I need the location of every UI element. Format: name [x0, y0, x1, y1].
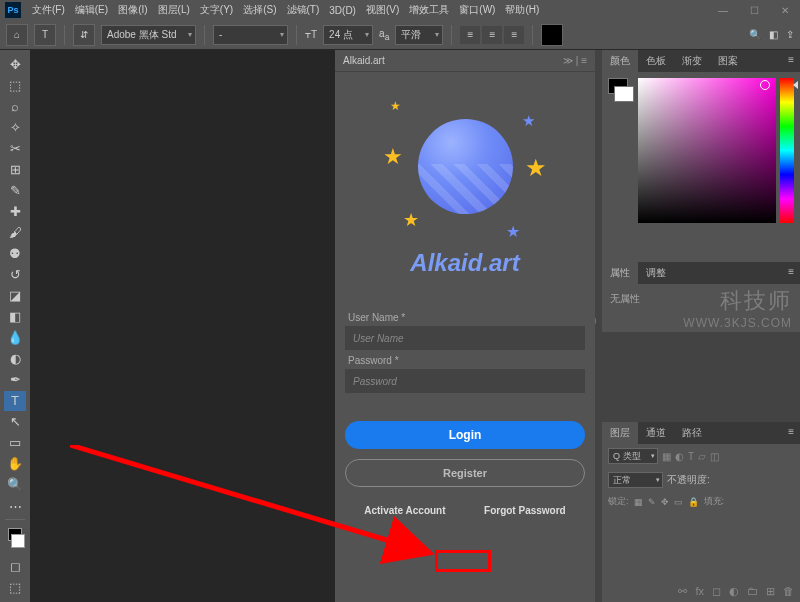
background-swatch[interactable]	[614, 86, 634, 102]
star-icon: ★	[525, 154, 547, 182]
path-select-tool[interactable]: ↖	[4, 412, 26, 432]
eraser-tool[interactable]: ◪	[4, 286, 26, 306]
move-tool[interactable]: ✥	[4, 54, 26, 74]
adjust-layer-icon[interactable]: ◐	[729, 585, 739, 598]
font-style-dropdown[interactable]: -	[213, 25, 288, 45]
hue-slider[interactable]	[780, 78, 794, 223]
tab-gradient[interactable]: 渐变	[674, 50, 710, 72]
tab-properties[interactable]: 属性	[602, 262, 638, 284]
blend-mode-dropdown[interactable]: 正常	[608, 472, 663, 488]
background-color-swatch[interactable]	[11, 534, 25, 547]
filter-icons: ▦ ◐ T ▱ ◫	[662, 451, 719, 462]
align-center-icon[interactable]: ≡	[482, 26, 502, 44]
menu-filter[interactable]: 滤镜(T)	[283, 3, 324, 17]
edit-toolbar[interactable]: ⋯	[4, 496, 26, 516]
maximize-button[interactable]: ☐	[744, 5, 765, 16]
filter-type-icon[interactable]: T	[688, 451, 694, 462]
lock-position-icon[interactable]: ✥	[661, 497, 669, 507]
quickmask-icon[interactable]: ◻	[4, 557, 26, 577]
menu-file[interactable]: 文件(F)	[28, 3, 69, 17]
tab-pattern[interactable]: 图案	[710, 50, 746, 72]
activate-account-link[interactable]: Activate Account	[364, 505, 445, 516]
close-button[interactable]: ✕	[775, 5, 795, 16]
lock-all-icon[interactable]: 🔒	[688, 497, 699, 507]
menu-select[interactable]: 选择(S)	[239, 3, 280, 17]
mask-icon[interactable]: ◻	[712, 585, 721, 598]
heal-tool[interactable]: ✚	[4, 201, 26, 221]
wand-tool[interactable]: ✧	[4, 117, 26, 137]
tab-color[interactable]: 颜色	[602, 50, 638, 72]
zoom-tool[interactable]: 🔍	[4, 475, 26, 495]
stamp-tool[interactable]: ⚉	[4, 243, 26, 263]
eyedropper-tool[interactable]: ✎	[4, 180, 26, 200]
link-layers-icon[interactable]: ⚯	[678, 585, 687, 598]
filter-pixel-icon[interactable]: ▦	[662, 451, 671, 462]
home-icon[interactable]: ⌂	[6, 24, 28, 46]
frame-tool[interactable]: ⊞	[4, 159, 26, 179]
shape-tool[interactable]: ▭	[4, 433, 26, 453]
search-icon[interactable]: 🔍	[749, 29, 761, 40]
menu-image[interactable]: 图像(I)	[114, 3, 151, 17]
panel-menu-icon[interactable]: ≡	[782, 262, 800, 284]
pen-tool[interactable]: ✒	[4, 370, 26, 390]
dodge-tool[interactable]: ◐	[4, 349, 26, 369]
tab-layers[interactable]: 图层	[602, 422, 638, 444]
share-icon[interactable]: ⇪	[786, 29, 794, 40]
font-family-dropdown[interactable]: Adobe 黑体 Std	[101, 25, 196, 45]
tab-adjustments[interactable]: 调整	[638, 262, 674, 284]
group-icon[interactable]: 🗀	[747, 585, 758, 598]
type-tool-indicator-icon[interactable]: T	[34, 24, 56, 46]
filter-smart-icon[interactable]: ◫	[710, 451, 719, 462]
menu-type[interactable]: 文字(Y)	[196, 3, 237, 17]
lock-artboard-icon[interactable]: ▭	[674, 497, 683, 507]
lock-brush-icon[interactable]: ✎	[648, 497, 656, 507]
password-input[interactable]	[345, 369, 585, 393]
blur-tool[interactable]: 💧	[4, 328, 26, 348]
color-picker-field[interactable]	[638, 78, 776, 223]
filter-adjust-icon[interactable]: ◐	[675, 451, 684, 462]
history-brush-tool[interactable]: ↺	[4, 264, 26, 284]
color-swatches	[608, 78, 634, 256]
gradient-tool[interactable]: ◧	[4, 307, 26, 327]
trash-icon[interactable]: 🗑	[783, 585, 794, 598]
hand-tool[interactable]: ✋	[4, 454, 26, 474]
crop-tool[interactable]: ✂	[4, 138, 26, 158]
panel-menu-icon[interactable]: ≡	[782, 50, 800, 72]
panel-menu-icon[interactable]: ≡	[782, 422, 800, 444]
menu-edit[interactable]: 编辑(E)	[71, 3, 112, 17]
marquee-tool[interactable]: ⬚	[4, 75, 26, 95]
filter-shape-icon[interactable]: ▱	[698, 451, 706, 462]
align-right-icon[interactable]: ≡	[504, 26, 524, 44]
history-icon[interactable]: ◧	[769, 29, 778, 40]
menu-3d[interactable]: 3D(D)	[325, 5, 360, 16]
menu-layer[interactable]: 图层(L)	[154, 3, 194, 17]
lasso-tool[interactable]: ⌕	[4, 96, 26, 116]
fx-icon[interactable]: fx	[695, 585, 704, 598]
new-layer-icon[interactable]: ⊞	[766, 585, 775, 598]
text-orientation-icon[interactable]: ⇵	[73, 24, 95, 46]
type-tool[interactable]: T	[4, 391, 26, 411]
text-color-swatch[interactable]	[541, 24, 563, 46]
align-left-icon[interactable]: ≡	[460, 26, 480, 44]
canvas-area[interactable]: Alkaid.art ≫ | ≡ ★ ★ ★ ★ ★ ★ Alkaid.art …	[30, 50, 572, 602]
right-panel-group: 颜色 色板 渐变 图案 ≡ 属性 调整 ≡ 无属性 图层 通道	[602, 50, 800, 602]
screenmode-icon[interactable]: ⬚	[4, 578, 26, 598]
lock-pixels-icon[interactable]: ▦	[634, 497, 643, 507]
menu-window[interactable]: 窗口(W)	[455, 3, 499, 17]
menu-view[interactable]: 视图(V)	[362, 3, 403, 17]
username-input[interactable]	[345, 326, 585, 350]
font-size-dropdown[interactable]: 24 点	[323, 25, 373, 45]
menu-help[interactable]: 帮助(H)	[501, 3, 543, 17]
menu-plugins[interactable]: 增效工具	[405, 3, 453, 17]
tab-swatches[interactable]: 色板	[638, 50, 674, 72]
tab-paths[interactable]: 路径	[674, 422, 710, 444]
login-button[interactable]: Login	[345, 421, 585, 449]
register-button[interactable]: Register	[345, 459, 585, 487]
collapse-icon[interactable]: ≫ | ≡	[563, 55, 587, 66]
antialias-dropdown[interactable]: 平滑	[395, 25, 443, 45]
minimize-button[interactable]: —	[712, 5, 734, 16]
layer-kind-dropdown[interactable]: Q 类型	[608, 448, 658, 464]
forgot-password-link[interactable]: Forgot Password	[484, 505, 566, 516]
brush-tool[interactable]: 🖌	[4, 222, 26, 242]
tab-channels[interactable]: 通道	[638, 422, 674, 444]
